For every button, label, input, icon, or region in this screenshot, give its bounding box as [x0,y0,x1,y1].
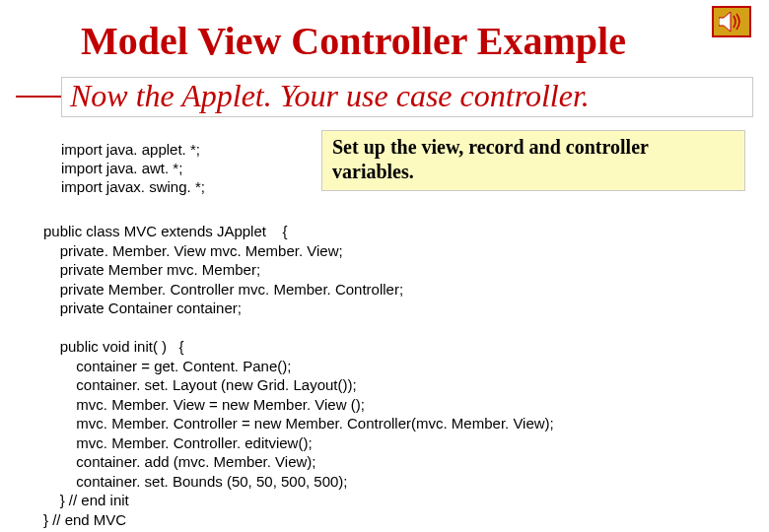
slide: Model View Controller Example Now the Ap… [0,0,769,532]
code-imports: import java. applet. *; import java. awt… [61,141,205,196]
slide-title: Model View Controller Example [81,18,626,64]
speaker-icon [712,6,751,37]
svg-marker-0 [719,12,731,32]
subtitle-row: Now the Applet. Your use case controller… [16,77,753,117]
callout-note: Set up the view, record and controller v… [321,130,745,191]
subtitle-rule [16,96,61,98]
slide-subtitle: Now the Applet. Your use case controller… [61,77,753,117]
code-body: public class MVC extends JApplet { priva… [43,222,749,529]
